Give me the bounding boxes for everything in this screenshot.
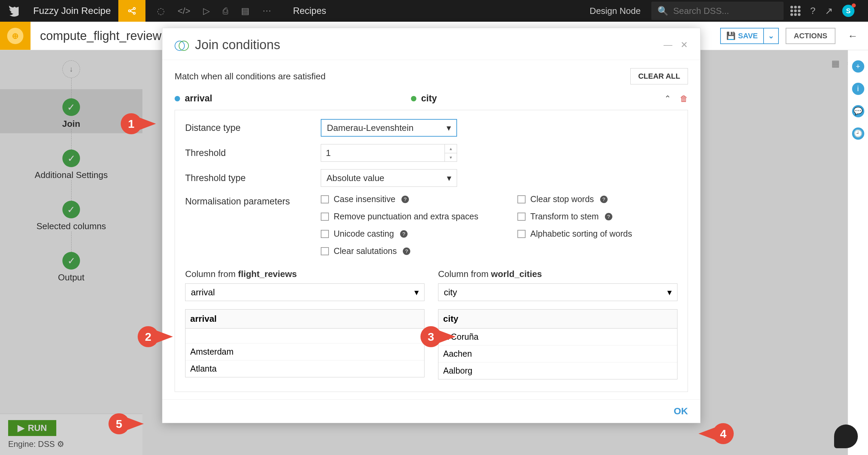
- user-avatar[interactable]: S: [842, 5, 854, 17]
- collapse-icon[interactable]: ⌃: [664, 94, 671, 103]
- left-column-select[interactable]: arrival▾: [185, 283, 425, 301]
- check-alphabetic-sort[interactable]: Alphabetic sorting of words: [517, 229, 673, 239]
- right-dataset-dot-icon: [411, 96, 416, 101]
- save-icon: 💾: [726, 32, 735, 40]
- actions-button[interactable]: ACTIONS: [786, 28, 835, 44]
- threshold-type-select[interactable]: Absolute value ▾: [321, 169, 457, 187]
- modal-footer: OK: [162, 399, 700, 423]
- match-condition-text: Match when all conditions are satisfied: [175, 71, 326, 82]
- condition-header-row: arrival city ⌃ 🗑: [175, 93, 688, 104]
- refresh-icon[interactable]: ◌: [157, 6, 165, 16]
- right-column-name: city: [421, 93, 437, 104]
- delete-condition-icon[interactable]: 🗑: [680, 94, 688, 103]
- left-dataset-dot-icon: [175, 96, 180, 101]
- ok-button[interactable]: OK: [674, 406, 688, 417]
- chevron-down-icon: ▾: [447, 123, 451, 133]
- check-transform-stem[interactable]: Transform to stem?: [517, 212, 673, 221]
- normalisation-label: Normalisation parameters: [185, 194, 321, 207]
- annotation-1: 1: [121, 113, 156, 134]
- chevron-down-icon: ▾: [667, 287, 672, 298]
- help-tooltip-icon[interactable]: ?: [400, 230, 408, 238]
- table-row: Aalborg: [438, 362, 677, 379]
- design-node-label[interactable]: Design Node: [579, 6, 651, 16]
- close-icon[interactable]: ✕: [680, 40, 688, 50]
- condition-detail-box: Distance type Damerau-Levenshtein ▾ Thre…: [175, 110, 688, 392]
- distance-type-label: Distance type: [185, 123, 321, 133]
- top-bar: Fuzzy Join Recipe ◌ </> ▷ ⎙ ▤ ⋯ Recipes …: [0, 0, 868, 22]
- trend-icon[interactable]: ↗: [825, 5, 833, 17]
- check-remove-punctuation[interactable]: Remove punctuation and extra spaces: [321, 212, 517, 221]
- clear-all-button[interactable]: CLEAR ALL: [630, 68, 688, 84]
- chevron-down-icon: ▾: [447, 173, 451, 183]
- svg-line-3: [130, 9, 133, 11]
- annotation-5: 5: [108, 413, 144, 434]
- check-unicode-casting[interactable]: Unicode casting?: [321, 229, 517, 239]
- annotation-4: 4: [698, 423, 734, 444]
- apps-icon[interactable]: [790, 6, 801, 16]
- table-icon[interactable]: ▤: [241, 6, 250, 16]
- intercom-chat-icon[interactable]: [834, 424, 858, 448]
- table-row: Aachen: [438, 345, 677, 362]
- stepper-down-icon[interactable]: ▾: [445, 153, 457, 162]
- right-column-select[interactable]: city▾: [438, 283, 677, 301]
- right-preview-header: city: [438, 310, 677, 329]
- search-input[interactable]: [673, 6, 783, 16]
- table-row: Atlanta: [185, 360, 424, 377]
- print-icon[interactable]: ⎙: [223, 6, 228, 16]
- check-case-insensitive[interactable]: Case insensitive?: [321, 194, 517, 204]
- logo-icon[interactable]: [0, 0, 26, 22]
- recipe-type-icon: ⊕: [0, 22, 31, 50]
- chevron-down-icon: ▾: [414, 287, 419, 298]
- more-icon[interactable]: ⋯: [262, 6, 271, 16]
- code-icon[interactable]: </>: [178, 6, 191, 16]
- modal-title: Join conditions: [195, 38, 280, 52]
- annotation-2: 2: [138, 326, 173, 347]
- rail-add-icon[interactable]: +: [852, 60, 864, 73]
- rail-history-icon[interactable]: 🕘: [852, 127, 864, 140]
- toolbar-icons: ◌ </> ▷ ⎙ ▤ ⋯: [145, 0, 283, 22]
- recipes-breadcrumb[interactable]: Recipes: [293, 6, 326, 16]
- threshold-input[interactable]: 1 ▴▾: [321, 144, 457, 162]
- check-clear-stop-words[interactable]: Clear stop words?: [517, 194, 673, 204]
- annotation-3: 3: [420, 326, 456, 347]
- search-icon: 🔍: [657, 6, 668, 16]
- threshold-type-label: Threshold type: [185, 173, 321, 183]
- save-dropdown-icon[interactable]: ⌄: [763, 28, 778, 43]
- left-column-name: arrival: [185, 93, 212, 104]
- save-button[interactable]: 💾SAVE ⌄: [720, 28, 779, 44]
- recipe-name: Fuzzy Join Recipe: [26, 5, 118, 16]
- modal-header: Join conditions — ✕: [162, 28, 700, 60]
- rail-info-icon[interactable]: i: [852, 83, 864, 95]
- table-row: A Coruña: [438, 329, 677, 345]
- distance-type-select[interactable]: Damerau-Levenshtein ▾: [321, 119, 457, 137]
- check-clear-salutations[interactable]: Clear salutations?: [321, 246, 517, 256]
- join-conditions-modal: Join conditions — ✕ Match when all condi…: [162, 28, 701, 423]
- right-column-picker: Column from world_cities city▾ city A Co…: [438, 269, 677, 379]
- table-row: [185, 329, 424, 343]
- top-right: Design Node 🔍 ? ↗ S: [579, 0, 868, 22]
- back-arrow-icon[interactable]: ←: [842, 30, 858, 42]
- threshold-label: Threshold: [185, 148, 321, 158]
- svg-line-4: [130, 11, 133, 13]
- header-actions: 💾SAVE ⌄ ACTIONS ←: [720, 28, 868, 44]
- help-tooltip-icon[interactable]: ?: [401, 196, 409, 203]
- help-tooltip-icon[interactable]: ?: [605, 213, 612, 220]
- help-tooltip-icon[interactable]: ?: [600, 196, 608, 203]
- help-tooltip-icon[interactable]: ?: [403, 248, 410, 255]
- left-column-picker: Column from flight_reviews arrival▾ arri…: [185, 269, 425, 379]
- topbar-right-icons: ? ↗ S: [784, 5, 861, 17]
- venn-icon: [175, 41, 188, 50]
- top-left: Fuzzy Join Recipe ◌ </> ▷ ⎙ ▤ ⋯ Recipes: [0, 0, 326, 22]
- help-icon[interactable]: ?: [810, 5, 815, 16]
- play-icon[interactable]: ▷: [203, 6, 210, 16]
- right-rail: + i 💬 🕘: [848, 50, 868, 455]
- stepper-up-icon[interactable]: ▴: [445, 144, 457, 153]
- normalisation-options: Case insensitive? Clear stop words? Remo…: [321, 194, 673, 256]
- table-row: Amsterdam: [185, 343, 424, 360]
- search-box[interactable]: 🔍: [651, 2, 784, 20]
- recipe-title: compute_flight_review: [31, 29, 161, 43]
- rail-chat-icon[interactable]: 💬: [852, 105, 864, 117]
- left-preview-header: arrival: [185, 310, 424, 329]
- share-icon[interactable]: [118, 0, 145, 22]
- minimize-icon[interactable]: —: [664, 40, 672, 50]
